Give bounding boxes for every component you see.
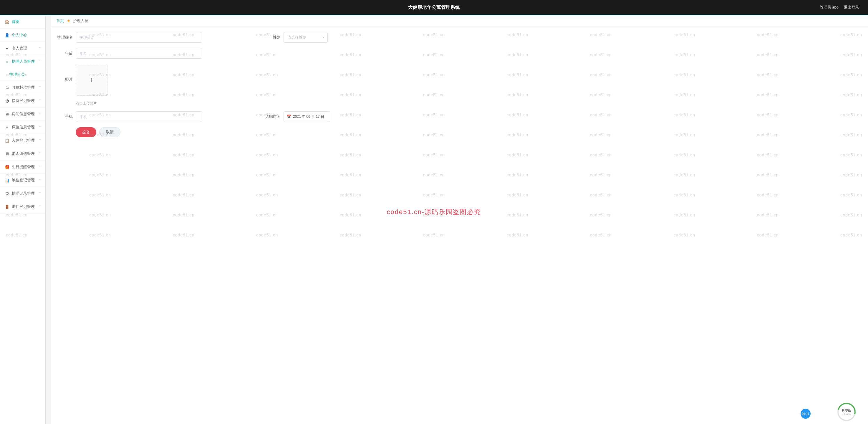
sidebar-item-label: 退住登记管理 xyxy=(12,204,35,209)
chevron-down-icon: ˅ xyxy=(39,192,41,195)
sidebar: 🏠首页👤个人中心≡老人管理˅≡护理人员管理˄护理人员🗂收费标准管理˅⏻接待登记管… xyxy=(0,15,45,424)
breadcrumb-home[interactable]: 首页 xyxy=(56,19,64,23)
sidebar-item-label: 护理人员管理 xyxy=(12,59,35,64)
menu-icon: 🛡 xyxy=(5,191,9,196)
chevron-down-icon: ˅ xyxy=(39,152,41,155)
sidebar-subitem[interactable]: 护理人员 xyxy=(0,68,45,81)
star-icon: ★ xyxy=(67,19,70,23)
menu-icon: 👤 xyxy=(5,33,9,37)
phone-label: 手机 xyxy=(56,114,73,119)
menu-icon: 🚪 xyxy=(5,205,9,209)
sidebar-item-label: 接待登记管理 xyxy=(12,98,35,103)
admin-label[interactable]: 管理员 abo xyxy=(820,5,839,10)
menu-icon: 🖥 xyxy=(5,112,9,116)
sidebar-item-7[interactable]: ≡床位信息管理˅ xyxy=(0,121,45,134)
sidebar-item-4[interactable]: 🗂收费标准管理˅ xyxy=(0,81,45,94)
sidebar-item-label: 个人中心 xyxy=(12,32,27,38)
menu-icon: 🖥 xyxy=(5,152,9,156)
age-input[interactable] xyxy=(76,48,202,59)
sidebar-item-2[interactable]: ≡老人管理˅ xyxy=(0,42,45,55)
gender-select[interactable]: 请选择性别 xyxy=(283,32,328,43)
age-label: 年龄 xyxy=(56,51,73,56)
speed-percent: 53% xyxy=(842,408,851,413)
name-label: 护理姓名 xyxy=(56,35,73,40)
sidebar-item-label: 护理记录管理 xyxy=(12,191,35,196)
menu-icon: 🗂 xyxy=(5,85,9,90)
logout-link[interactable]: 退出登录 xyxy=(844,5,859,10)
timer-badge: 01:11 xyxy=(801,409,811,419)
chevron-down-icon: ˅ xyxy=(39,99,41,102)
chevron-down-icon: ˅ xyxy=(39,205,41,209)
gender-placeholder: 请选择性别 xyxy=(287,35,307,40)
sidebar-item-label: 续住登记管理 xyxy=(12,178,35,183)
sidebar-item-10[interactable]: 🎁生日提醒管理˅ xyxy=(0,160,45,174)
sidebar-item-label: 首页 xyxy=(12,19,20,25)
photo-upload[interactable]: + xyxy=(76,64,107,96)
menu-icon: 🏠 xyxy=(5,20,9,24)
chevron-down-icon: ˅ xyxy=(39,47,41,50)
plus-icon: + xyxy=(89,75,94,85)
sidebar-item-9[interactable]: 🖥老人请假管理˅ xyxy=(0,147,45,160)
sidebar-item-label: 房间信息管理 xyxy=(12,111,35,117)
menu-icon: 📊 xyxy=(5,178,9,183)
chevron-down-icon: ˅ xyxy=(39,165,41,169)
menu-icon: ≡ xyxy=(5,125,9,129)
chevron-down-icon: ˅ xyxy=(39,113,41,116)
chevron-down-icon: ˅ xyxy=(39,86,41,89)
menu-icon: ≡ xyxy=(5,46,9,51)
sidebar-item-0[interactable]: 🏠首页 xyxy=(0,15,45,29)
chevron-down-icon: ˅ xyxy=(39,126,41,129)
sidebar-item-6[interactable]: 🖥房间信息管理˅ xyxy=(0,108,45,121)
breadcrumb: 首页 ★ 护理人员 xyxy=(51,15,868,27)
sidebar-item-label: 床位信息管理 xyxy=(12,125,35,130)
hiredate-input[interactable]: 📅 2021 年 06 月 17 日 xyxy=(283,111,330,122)
sidebar-item-label: 生日提醒管理 xyxy=(12,164,35,170)
sidebar-item-13[interactable]: 🚪退住登记管理˅ xyxy=(0,200,45,213)
menu-icon: ≡ xyxy=(5,59,9,64)
gender-label: 性别 xyxy=(264,35,281,40)
submit-button[interactable]: 提交 xyxy=(76,127,96,137)
hiredate-label: 入职时间 xyxy=(264,114,281,119)
sidebar-item-label: 入住登记管理 xyxy=(12,138,35,143)
phone-input[interactable] xyxy=(76,111,202,122)
chevron-up-icon: ˄ xyxy=(39,60,41,63)
form: 护理姓名 性别 请选择性别 年龄 照片 xyxy=(51,27,868,143)
chevron-down-icon: ˅ xyxy=(39,139,41,142)
cancel-button[interactable]: 取消 xyxy=(99,127,120,137)
sidebar-item-label: 收费标准管理 xyxy=(12,85,35,90)
breadcrumb-current: 护理人员 xyxy=(73,19,88,23)
calendar-icon: 📅 xyxy=(287,115,291,119)
main-content: 首页 ★ 护理人员 护理姓名 性别 请选择性别 年龄 xyxy=(51,15,868,424)
menu-icon: 🎁 xyxy=(5,165,9,169)
name-input[interactable] xyxy=(76,32,202,43)
sidebar-item-3[interactable]: ≡护理人员管理˄ xyxy=(0,55,45,68)
header: 大健康老年公寓管理系统 管理员 abo 退出登录 xyxy=(0,0,868,15)
sidebar-item-label: 老人请假管理 xyxy=(12,151,35,156)
sidebar-item-8[interactable]: 📋入住登记管理˅ xyxy=(0,134,45,147)
photo-label: 照片 xyxy=(56,77,73,82)
sidebar-item-5[interactable]: ⏻接待登记管理˅ xyxy=(0,94,45,108)
upload-hint: 点击上传照片 xyxy=(76,101,107,106)
app-title: 大健康老年公寓管理系统 xyxy=(408,4,460,10)
header-right: 管理员 abo 退出登录 xyxy=(820,5,868,10)
speed-sub: ↓ 0.4K/s xyxy=(842,413,851,416)
sidebar-item-11[interactable]: 📊续住登记管理˅ xyxy=(0,174,45,187)
menu-icon: ⏻ xyxy=(5,99,9,103)
sidebar-item-1[interactable]: 👤个人中心 xyxy=(0,29,45,42)
sidebar-item-label: 老人管理 xyxy=(12,46,27,51)
hiredate-value: 2021 年 06 月 17 日 xyxy=(293,114,324,119)
menu-icon: 📋 xyxy=(5,139,9,143)
chevron-down-icon: ˅ xyxy=(39,179,41,182)
sidebar-item-12[interactable]: 🛡护理记录管理˅ xyxy=(0,187,45,200)
